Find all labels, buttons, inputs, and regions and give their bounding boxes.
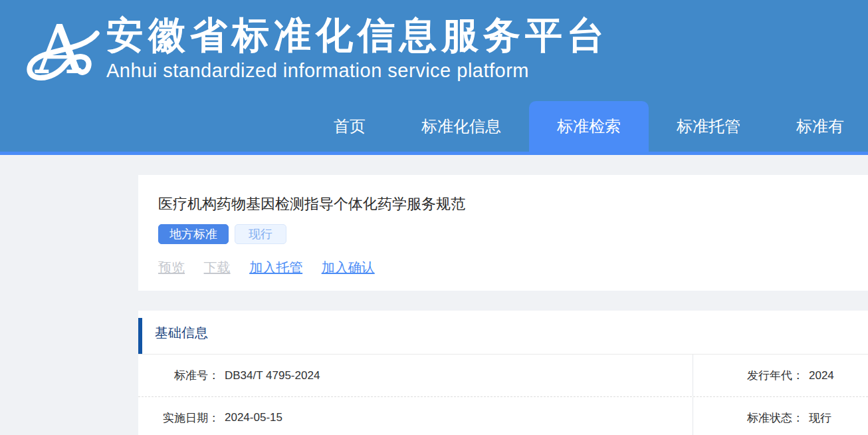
field-label: 发行年代： <box>693 368 804 383</box>
field-value: DB34/T 4795-2024 <box>225 369 320 382</box>
tag-current-status: 现行 <box>235 224 286 244</box>
field-label: 标准状态： <box>693 410 804 426</box>
field-implementation-date: 实施日期： 2024-05-15 <box>138 397 693 435</box>
table-row: 标准号： DB34/T 4795-2024 发行年代： 2024 <box>138 355 868 396</box>
field-value: 2024-05-15 <box>225 411 282 424</box>
nav-item-standardization-info[interactable]: 标准化信息 <box>393 101 529 152</box>
site-header: A 安徽省标准化信息服务平台 Anhui standardized inform… <box>0 0 868 155</box>
nav-item-home[interactable]: 首页 <box>306 101 393 152</box>
nav-underline <box>0 152 868 155</box>
standard-detail-card: 医疗机构药物基因检测指导个体化药学服务规范 地方标准 现行 预览 下载 加入托管… <box>138 175 868 291</box>
add-hosting-link[interactable]: 加入托管 <box>249 260 302 275</box>
nav-item-standard-more[interactable]: 标准有 <box>768 101 868 152</box>
preview-link[interactable]: 预览 <box>158 260 185 275</box>
site-title-en: Anhui standardized information service p… <box>106 60 609 82</box>
field-issue-year: 发行年代： 2024 <box>693 355 868 396</box>
main-nav: 首页 标准化信息 标准检索 标准托管 标准有 <box>0 101 868 152</box>
basic-info-section-title: 基础信息 <box>138 311 868 355</box>
brand-titles: 安徽省标准化信息服务平台 Anhui standardized informat… <box>106 15 609 82</box>
field-standard-number: 标准号： DB34/T 4795-2024 <box>138 355 693 396</box>
table-row: 实施日期： 2024-05-15 标准状态： 现行 <box>138 396 868 435</box>
nav-item-standard-hosting[interactable]: 标准托管 <box>649 101 768 152</box>
platform-logo-icon: A <box>22 11 100 86</box>
field-standard-status: 标准状态： 现行 <box>693 397 868 435</box>
field-value: 2024 <box>809 369 834 382</box>
field-label: 标准号： <box>138 368 219 383</box>
field-value: 现行 <box>809 410 831 426</box>
basic-info-card: 基础信息 标准号： DB34/T 4795-2024 发行年代： 2024 实施… <box>138 311 868 435</box>
standard-tags: 地方标准 现行 <box>158 224 868 244</box>
standard-title: 医疗机构药物基因检测指导个体化药学服务规范 <box>158 195 868 214</box>
field-label: 实施日期： <box>138 410 219 426</box>
standard-actions: 预览 下载 加入托管 加入确认 <box>158 259 868 277</box>
header-top: A 安徽省标准化信息服务平台 Anhui standardized inform… <box>0 0 868 101</box>
add-confirm-link[interactable]: 加入确认 <box>322 260 375 275</box>
download-link[interactable]: 下载 <box>204 260 231 275</box>
tag-local-standard: 地方标准 <box>158 224 229 244</box>
nav-item-standard-search[interactable]: 标准检索 <box>529 101 649 152</box>
site-title-cn: 安徽省标准化信息服务平台 <box>106 15 609 56</box>
